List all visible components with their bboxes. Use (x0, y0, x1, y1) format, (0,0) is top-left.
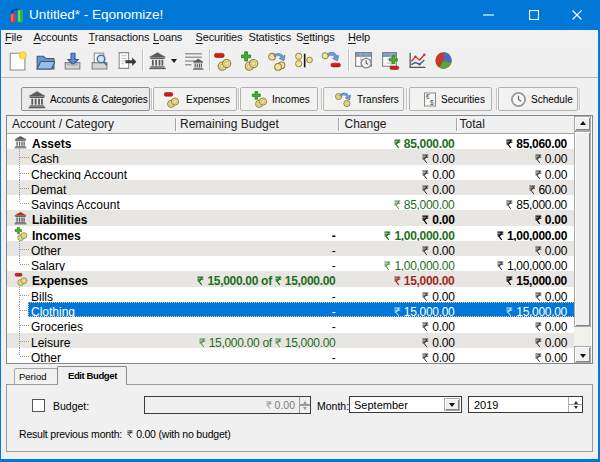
svg-text:$: $ (430, 98, 434, 105)
